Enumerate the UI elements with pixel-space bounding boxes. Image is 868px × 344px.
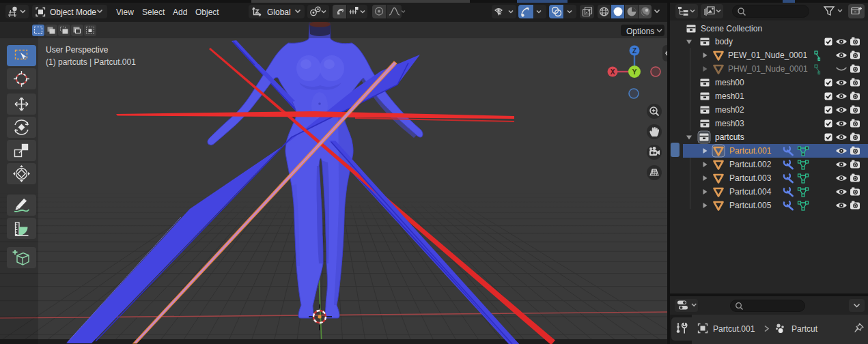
svg-text:Z: Z — [632, 47, 636, 55]
svg-text:partcuts: partcuts — [715, 132, 744, 142]
svg-text:Scene Collection: Scene Collection — [701, 24, 762, 33]
svg-text:mesh00: mesh00 — [715, 78, 744, 87]
svg-text:Partcut.001: Partcut.001 — [729, 146, 772, 156]
svg-text:PHW_01_Nude_0001: PHW_01_Nude_0001 — [728, 64, 808, 74]
svg-text:Partcut.002: Partcut.002 — [729, 160, 772, 169]
svg-text:mesh02: mesh02 — [715, 105, 744, 115]
svg-text:Partcut.004: Partcut.004 — [729, 187, 772, 197]
svg-text:mesh03: mesh03 — [715, 119, 744, 128]
svg-text:Y: Y — [632, 68, 636, 76]
svg-text:Partcut.005: Partcut.005 — [729, 201, 772, 210]
svg-text:PEW_01_Nude_0001: PEW_01_Nude_0001 — [728, 51, 807, 60]
svg-text:body: body — [715, 37, 733, 46]
svg-text:X: X — [611, 68, 615, 76]
svg-text:mesh01: mesh01 — [715, 91, 744, 101]
svg-text:Partcut.003: Partcut.003 — [729, 173, 772, 183]
